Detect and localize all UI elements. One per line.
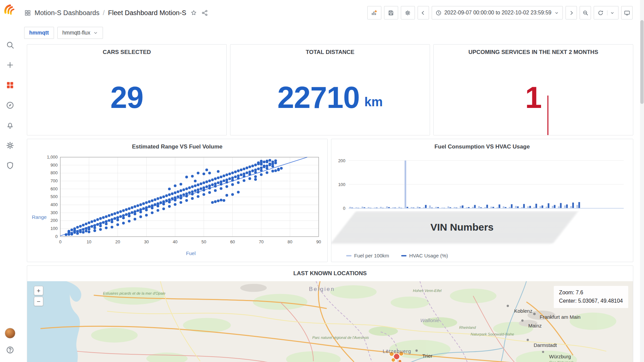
legend-item-fuel[interactable]: Fuel per 100km [346, 253, 389, 258]
tag-filter-chip[interactable]: hmmqtt [24, 27, 54, 39]
cycle-view-mode-button[interactable] [621, 6, 633, 19]
caret-down-icon [554, 10, 559, 15]
scatter-chart: Range 01002003004005006007008009001,0000… [27, 155, 327, 262]
svg-text:100: 100 [338, 182, 345, 187]
panel-cars-selected: CARS SELECTED 29 [27, 44, 227, 135]
panel-title[interactable]: CARS SELECTED [27, 45, 226, 60]
svg-text:10: 10 [87, 239, 91, 244]
map-overlay-info: Zoom: 7.6 Center: 5.03067, 49.48104 [554, 286, 628, 308]
svg-text:500: 500 [50, 194, 57, 199]
settings-gear-icon [405, 10, 411, 16]
chevron-right-icon [568, 10, 575, 16]
svg-text:600: 600 [50, 186, 57, 191]
svg-text:0: 0 [55, 234, 58, 239]
map-canvas[interactable]: BelgienHohes Venn-EifelWallonieLëtzebuer… [27, 281, 633, 362]
caret-down-icon [610, 10, 615, 15]
stat-body: 22710 km [230, 60, 430, 135]
svg-text:80: 80 [287, 239, 292, 244]
create-plus-icon[interactable] [2, 55, 18, 75]
alerting-bell-icon[interactable] [2, 115, 18, 135]
share-icon[interactable] [201, 9, 208, 16]
stat-value-cars: 29 [110, 80, 143, 115]
breadcrumb-separator: / [103, 9, 105, 17]
breadcrumb-current[interactable]: Fleet Dashboard Motion-S [108, 9, 186, 17]
x-axis-label: Fuel [186, 251, 196, 256]
add-panel-button[interactable] [367, 6, 381, 19]
bar-chart-legend: Fuel per 100km HVAC Usage (%) [346, 253, 448, 258]
refresh-icon [597, 10, 604, 16]
submenu-row: hmmqtt hmmqtt-flux [20, 25, 644, 42]
zoom-out-icon [582, 10, 589, 16]
panel-title[interactable]: Fuel Consumption VS HVAC Usage [331, 139, 633, 155]
svg-text:20: 20 [115, 239, 120, 244]
configuration-gear-icon[interactable] [2, 135, 18, 156]
main-area: Motion-S Dashboards / Fleet Dashboard Mo… [20, 0, 644, 362]
panel-title[interactable]: Estimated Range VS Fuel Volume [27, 139, 327, 155]
panel-title[interactable]: LAST KNOWN LOCATIONS [27, 266, 633, 281]
breadcrumb-root[interactable]: Motion-S Dashboards [35, 9, 99, 17]
svg-text:200: 200 [50, 218, 57, 223]
svg-text:30: 30 [144, 239, 149, 244]
panel-title[interactable]: UPCOMING SERVICES IN THE NEXT 2 MONTHS [434, 45, 633, 60]
stat-unit: km [364, 86, 383, 109]
map-zoom-control: + − [34, 286, 43, 306]
dashboard-settings-button[interactable] [401, 6, 415, 19]
dashboards-grid-icon [24, 9, 31, 16]
chart-row: Estimated Range VS Fuel Volume Range 010… [27, 139, 633, 262]
stat-value-distance: 22710 [277, 80, 360, 115]
top-nav: Motion-S Dashboards / Fleet Dashboard Mo… [20, 0, 644, 25]
caret-down-icon [93, 31, 98, 35]
stat-value-services: 1 [525, 80, 541, 115]
scrollbar-thumb[interactable] [640, 20, 644, 104]
search-icon[interactable] [2, 35, 18, 55]
svg-text:60: 60 [230, 239, 235, 244]
server-admin-shield-icon[interactable] [2, 156, 18, 176]
scrollbar[interactable] [640, 0, 644, 362]
stat-body: 29 [27, 60, 226, 135]
svg-text:200: 200 [338, 158, 345, 163]
dashboards-icon[interactable] [2, 75, 18, 95]
panel-scatter-range-fuel: Estimated Range VS Fuel Volume Range 010… [27, 139, 328, 262]
zoom-out-time-button[interactable] [580, 6, 591, 19]
panel-total-distance: TOTAL DISTANCE 22710 km [230, 44, 430, 135]
save-dashboard-button[interactable] [384, 6, 398, 19]
clock-icon [435, 10, 442, 16]
stat-sparkline [547, 96, 548, 135]
sidebar [0, 0, 20, 362]
svg-text:400: 400 [50, 202, 57, 207]
svg-text:1,000: 1,000 [47, 155, 58, 160]
user-avatar[interactable] [5, 328, 15, 339]
svg-text:0: 0 [59, 239, 61, 244]
help-icon[interactable] [2, 343, 18, 357]
star-icon[interactable] [190, 9, 197, 16]
sidebar-bottom [2, 328, 18, 357]
explore-compass-icon[interactable] [2, 95, 18, 115]
time-shift-forward-button[interactable] [566, 6, 577, 19]
grafana-logo[interactable] [3, 4, 17, 17]
chevron-left-icon [420, 10, 426, 16]
panel-last-known-locations: LAST KNOWN LOCATIONS [27, 265, 633, 362]
time-shift-back-button[interactable] [418, 6, 429, 19]
stat-body: 1 [434, 60, 633, 135]
map-center-value: 5.03067, 49.48104 [578, 298, 623, 304]
map-zoom-out-button[interactable]: − [34, 297, 43, 306]
x-axis-blurred-labels: VIN Numbers [331, 211, 633, 246]
svg-text:50: 50 [202, 239, 206, 244]
grafana-dashboard: { "colors": { "accent_orange": "#eb4d2e"… [0, 0, 644, 362]
scatter-plot: 01002003004005006007008009001,0000102030… [27, 155, 327, 258]
svg-text:0: 0 [343, 206, 345, 211]
map-zoom-in-button[interactable]: + [34, 286, 43, 295]
svg-text:800: 800 [50, 170, 57, 175]
panel-title[interactable]: TOTAL DISTANCE [230, 45, 430, 60]
svg-text:70: 70 [259, 239, 264, 244]
map-zoom-label: Zoom: [559, 290, 574, 295]
dashboard-toolbar: 2022-09-07 00:00:00 to 2022-10-02 23:59:… [367, 6, 633, 19]
legend-item-hvac[interactable]: HVAC Usage (%) [401, 253, 448, 258]
time-range-picker[interactable]: 2022-09-07 00:00:00 to 2022-10-02 23:59:… [432, 6, 563, 19]
svg-text:40: 40 [173, 239, 177, 244]
refresh-button[interactable] [594, 6, 619, 19]
panel-upcoming-services: UPCOMING SERVICES IN THE NEXT 2 MONTHS 1 [433, 44, 633, 135]
datasource-picker[interactable]: hmmqtt-flux [57, 27, 103, 39]
svg-text:900: 900 [50, 163, 57, 168]
refresh-interval-caret[interactable] [607, 10, 615, 15]
